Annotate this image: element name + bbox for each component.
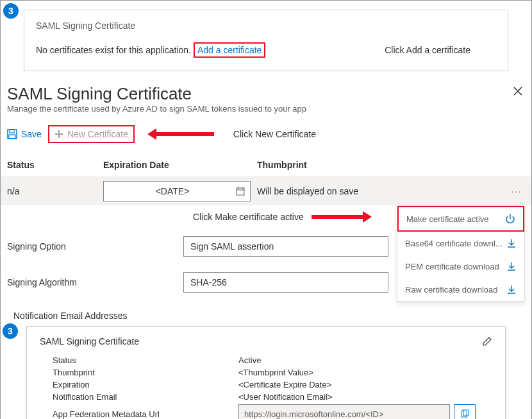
- context-menu: Make certificate active Base64 certifica…: [397, 205, 525, 302]
- download-icon: [506, 261, 517, 271]
- svg-rect-7: [237, 188, 244, 195]
- col-expiration: Expiration Date: [103, 160, 257, 170]
- status-label: Status: [53, 355, 238, 365]
- menu-label: PEM certificate download: [405, 262, 499, 271]
- cert-thumbprint: Will be displayed on save: [257, 186, 358, 196]
- thumbprint-label: Thumbprint: [53, 368, 238, 377]
- url-value: https://login.microsoftonline.com/<ID>: [244, 409, 384, 419]
- download-icon: [506, 238, 517, 248]
- status-value: Active: [238, 355, 261, 365]
- expiration-label: Expiration: [53, 380, 238, 389]
- step-badge: 3: [3, 3, 19, 19]
- card-title: SAML Signing Certificate: [36, 21, 496, 31]
- date-value: <DATE>: [156, 186, 190, 196]
- edit-button[interactable]: [482, 336, 492, 346]
- save-label: Save: [21, 129, 42, 139]
- card-title: SAML Signing Certificate: [40, 336, 139, 346]
- new-cert-label: New Certificate: [67, 129, 128, 139]
- select-value: SHA-256: [190, 277, 227, 287]
- copy-button[interactable]: [454, 404, 476, 419]
- thumbprint-value: <Thumbprint Value>: [238, 368, 313, 377]
- menu-raw-download[interactable]: Raw certificate download: [397, 278, 524, 301]
- signing-alg-select[interactable]: SHA-256: [183, 272, 388, 293]
- annotation-arrow-icon: [147, 128, 214, 140]
- save-button[interactable]: Save: [7, 129, 42, 139]
- signing-option-select[interactable]: Sign SAML assertion: [183, 236, 388, 257]
- download-icon: [506, 284, 517, 295]
- panel-title: SAML Signing Certificate: [7, 84, 192, 104]
- close-icon[interactable]: [513, 84, 522, 98]
- saml-cert-card-active: SAML Signing Certificate StatusActive Th…: [26, 326, 506, 419]
- metadata-url-label: App Federation Metadata Url: [53, 409, 238, 419]
- panel-subtitle: Manage the certificate used by Azure AD …: [1, 104, 531, 121]
- annotation-arrow-icon: [312, 211, 372, 223]
- hint-text: Click New Certificate: [233, 129, 316, 139]
- hint-text: Click Add a certificate: [385, 45, 470, 55]
- notification-email-label: Notification Email Addresses: [1, 300, 531, 326]
- col-status: Status: [7, 160, 103, 170]
- col-thumbprint: Thumbprint: [257, 160, 525, 170]
- step-badge: 3: [3, 323, 18, 339]
- email-label: Notification Email: [53, 392, 238, 402]
- no-cert-text: No certificates exist for this applicati…: [36, 45, 191, 55]
- add-certificate-link[interactable]: Add a certificate: [194, 42, 265, 58]
- signing-alg-label: Signing Algorithm: [7, 277, 183, 287]
- more-options-button[interactable]: ···: [511, 186, 522, 196]
- signing-option-label: Signing Option: [7, 241, 183, 252]
- saml-cert-card-empty: SAML Signing Certificate No certificates…: [24, 10, 508, 71]
- menu-make-active[interactable]: Make certificate active: [397, 206, 524, 232]
- certificate-row: n/a <DATE> Will be displayed on save ···: [1, 177, 531, 205]
- svg-rect-4: [9, 135, 15, 139]
- new-certificate-button[interactable]: New Certificate: [48, 125, 135, 143]
- menu-base64-download[interactable]: Base64 certificate downl...: [397, 232, 524, 255]
- email-value: <User Notification Email>: [238, 392, 333, 402]
- cert-status: n/a: [7, 186, 103, 196]
- hint-text: Click Make certificate active: [193, 212, 304, 222]
- metadata-url-field[interactable]: https://login.microsoftonline.com/<ID>: [238, 404, 450, 419]
- power-icon: [505, 214, 515, 224]
- expiration-date-input[interactable]: <DATE>: [103, 181, 251, 201]
- copy-icon: [460, 409, 469, 418]
- menu-label: Raw certificate download: [405, 285, 498, 295]
- menu-pem-download[interactable]: PEM certificate download: [397, 255, 524, 278]
- select-value: Sign SAML assertion: [190, 241, 274, 252]
- expiration-value: <Certificate Expire Date>: [238, 380, 331, 389]
- menu-label: Base64 certificate downl...: [405, 239, 503, 248]
- menu-label: Make certificate active: [406, 214, 489, 224]
- calendar-icon: [236, 187, 245, 196]
